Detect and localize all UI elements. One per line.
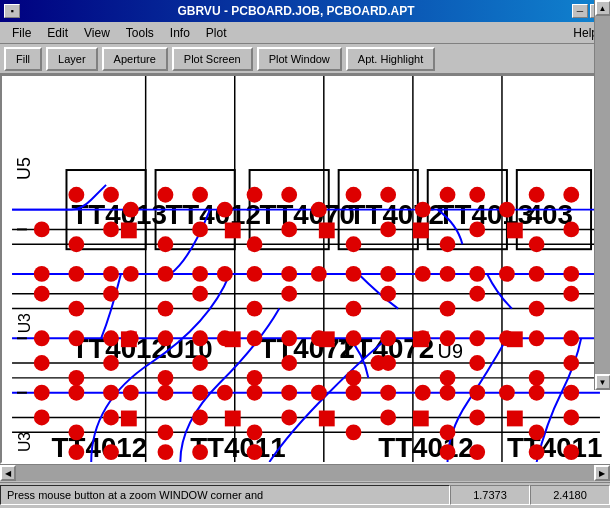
svg-point-158: [440, 385, 456, 401]
svg-rect-176: [121, 411, 137, 427]
svg-point-42: [68, 187, 84, 203]
svg-point-92: [499, 266, 515, 282]
svg-point-80: [123, 266, 139, 282]
svg-point-98: [158, 301, 174, 317]
svg-point-185: [247, 444, 263, 460]
svg-point-187: [469, 444, 485, 460]
svg-text:U5: U5: [14, 157, 34, 180]
svg-point-162: [563, 385, 579, 401]
svg-point-153: [281, 385, 297, 401]
svg-point-83: [217, 266, 233, 282]
svg-point-161: [529, 385, 545, 401]
svg-point-47: [217, 202, 233, 218]
svg-point-51: [346, 187, 362, 203]
svg-point-71: [563, 221, 579, 237]
svg-text:TT4070: TT4070: [259, 199, 354, 230]
pcb-canvas-container[interactable]: U5 TT4013 TT4012 TT4070 TT4072 TT4013 40…: [0, 74, 610, 464]
title-bar-text: GBRVU - PCBOARD.JOB, PCBOARD.APT: [20, 4, 572, 18]
svg-point-58: [563, 187, 579, 203]
scroll-right-button[interactable]: ▶: [594, 465, 610, 481]
menu-edit[interactable]: Edit: [39, 24, 76, 42]
svg-point-119: [380, 330, 396, 346]
menu-tools[interactable]: Tools: [118, 24, 162, 42]
svg-rect-178: [319, 411, 335, 427]
svg-point-146: [68, 385, 84, 401]
svg-text:U3: U3: [16, 313, 33, 333]
scroll-track-horizontal[interactable]: [16, 465, 594, 481]
svg-point-133: [68, 370, 84, 386]
svg-rect-131: [507, 331, 523, 347]
svg-point-100: [247, 301, 263, 317]
svg-text:TT4011: TT4011: [507, 432, 602, 462]
svg-point-77: [34, 266, 50, 282]
layer-button[interactable]: Layer: [46, 47, 98, 71]
system-menu-button[interactable]: ▪: [4, 4, 20, 18]
svg-rect-128: [225, 331, 241, 347]
fill-button[interactable]: Fill: [4, 47, 42, 71]
svg-text:TT4012: TT4012: [52, 432, 147, 462]
svg-point-160: [499, 385, 515, 401]
menu-file[interactable]: File: [4, 24, 39, 42]
svg-rect-129: [319, 331, 335, 347]
svg-point-150: [192, 385, 208, 401]
svg-point-52: [380, 187, 396, 203]
svg-point-188: [529, 444, 545, 460]
menu-plot[interactable]: Plot: [198, 24, 235, 42]
svg-point-135: [158, 370, 174, 386]
svg-point-142: [469, 355, 485, 371]
scroll-left-button[interactable]: ◀: [0, 465, 16, 481]
scroll-down-button[interactable]: ▼: [595, 374, 611, 390]
minimize-button[interactable]: ─: [572, 4, 588, 18]
svg-point-88: [380, 266, 396, 282]
svg-point-56: [499, 202, 515, 218]
svg-point-123: [469, 330, 485, 346]
svg-point-125: [529, 330, 545, 346]
svg-rect-72: [121, 222, 137, 238]
svg-point-116: [281, 330, 297, 346]
svg-point-91: [469, 266, 485, 282]
svg-point-78: [68, 266, 84, 282]
svg-point-109: [68, 330, 84, 346]
vertical-scrollbar: ▲ ▼: [594, 0, 610, 390]
horizontal-scrollbar-container: ◀ ▶: [0, 464, 610, 482]
status-coord-y: 2.4180: [530, 485, 610, 505]
svg-point-152: [247, 385, 263, 401]
toolbar: Fill Layer Aperture Plot Screen Plot Win…: [0, 44, 610, 74]
pcb-canvas: U5 TT4013 TT4012 TT4070 TT4072 TT4013 40…: [2, 76, 610, 462]
status-bar: Press mouse button at a zoom WINDOW corn…: [0, 482, 610, 506]
svg-point-141: [440, 370, 456, 386]
menu-info[interactable]: Info: [162, 24, 198, 42]
svg-point-173: [469, 410, 485, 426]
svg-point-46: [192, 187, 208, 203]
svg-rect-180: [507, 411, 523, 427]
svg-point-66: [346, 236, 362, 252]
svg-point-105: [469, 286, 485, 302]
svg-point-157: [415, 385, 431, 401]
scroll-track-vertical[interactable]: [595, 16, 611, 374]
svg-point-60: [68, 236, 84, 252]
scroll-up-button[interactable]: ▲: [595, 0, 611, 16]
svg-point-95: [34, 286, 50, 302]
menu-view[interactable]: View: [76, 24, 118, 42]
svg-point-132: [34, 355, 50, 371]
svg-point-99: [192, 286, 208, 302]
svg-point-156: [380, 385, 396, 401]
svg-point-171: [380, 410, 396, 426]
svg-point-48: [247, 187, 263, 203]
title-bar: ▪ GBRVU - PCBOARD.JOB, PCBOARD.APT ─ □: [0, 0, 610, 22]
svg-point-113: [192, 330, 208, 346]
apt-highlight-button[interactable]: Apt. Highlight: [346, 47, 435, 71]
aperture-button[interactable]: Aperture: [102, 47, 168, 71]
svg-rect-76: [507, 222, 523, 238]
svg-point-149: [158, 385, 174, 401]
svg-point-84: [247, 266, 263, 282]
plot-screen-button[interactable]: Plot Screen: [172, 47, 253, 71]
plot-window-button[interactable]: Plot Window: [257, 47, 342, 71]
svg-point-79: [103, 266, 119, 282]
svg-rect-130: [413, 331, 429, 347]
svg-point-189: [563, 444, 579, 460]
svg-point-69: [469, 221, 485, 237]
svg-point-82: [192, 266, 208, 282]
svg-point-184: [192, 444, 208, 460]
svg-point-172: [440, 424, 456, 440]
